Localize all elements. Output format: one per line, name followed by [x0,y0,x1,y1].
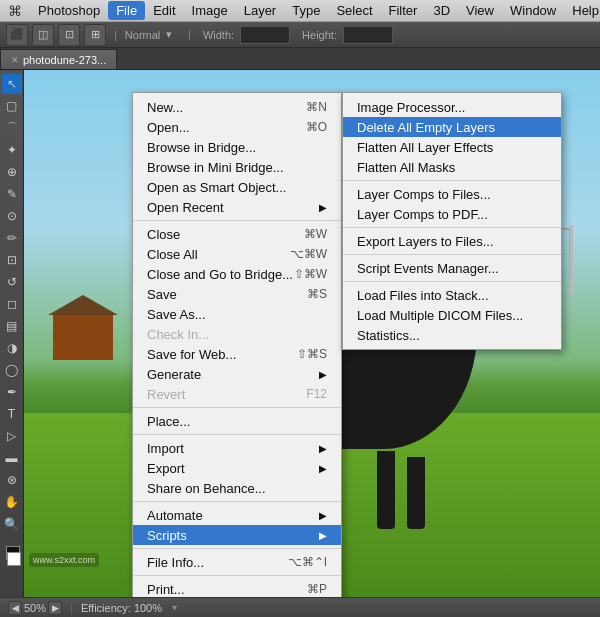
menu-window[interactable]: Window [502,1,564,20]
canvas-area: www.s2xxt.com New...⌘N Open...⌘O Browse … [24,70,600,597]
height-label: Height: [302,29,337,41]
width-label: Width: [203,29,234,41]
tool-hand[interactable]: ✋ [2,492,22,512]
menu-select[interactable]: Select [328,1,380,20]
tool-pen[interactable]: ✒ [2,382,22,402]
toolbar-btn-4[interactable]: ⊞ [84,24,106,46]
height-input[interactable] [343,26,393,44]
toolbar-btn-3[interactable]: ⊡ [58,24,80,46]
tool-eraser[interactable]: ◻ [2,294,22,314]
toolbar-btn-1[interactable]: ⬛ [6,24,28,46]
horse-leg3 [377,451,395,529]
tool-gradient[interactable]: ▤ [2,316,22,336]
tool-brush[interactable]: ✏ [2,228,22,248]
tool-text[interactable]: T [2,404,22,424]
tab-bar: ✕ photodune-273... [0,48,600,70]
tool-path-select[interactable]: ▷ [2,426,22,446]
photo-background: www.s2xxt.com [24,70,600,597]
tab-close-btn[interactable]: ✕ [11,55,19,65]
document-tab[interactable]: ✕ photodune-273... [0,49,117,69]
zoom-level: 50% [24,602,46,614]
menu-edit[interactable]: Edit [145,1,183,20]
apple-menu[interactable]: ⌘ [8,3,22,19]
mode-label: Normal [125,29,160,41]
toolbar-btn-2[interactable]: ◫ [32,24,54,46]
width-input[interactable] [240,26,290,44]
tool-shape[interactable]: ▬ [2,448,22,468]
zoom-prev[interactable]: ◀ [8,601,22,615]
horse-tail [154,263,219,335]
left-toolbar: ↖ ▢ ⌒ ✦ ⊕ ✎ ⊙ ✏ ⊡ ↺ ◻ ▤ ◑ ◯ ✒ T ▷ ▬ ⊛ ✋ … [0,70,24,597]
tool-magic-wand[interactable]: ✦ [2,140,22,160]
menu-file[interactable]: File [108,1,145,20]
menu-photoshop[interactable]: Photoshop [30,1,108,20]
watermark: www.s2xxt.com [29,553,99,567]
tool-crop[interactable]: ⊕ [2,162,22,182]
menu-view[interactable]: View [458,1,502,20]
options-toolbar: ⬛ ◫ ⊡ ⊞ | Normal ▾ | Width: Height: [0,22,600,48]
menu-filter[interactable]: Filter [381,1,426,20]
tool-select-rect[interactable]: ▢ [2,96,22,116]
background-color[interactable] [7,552,21,566]
zoom-nav: ◀ 50% ▶ [8,601,62,615]
tool-3d[interactable]: ⊛ [2,470,22,490]
tool-history[interactable]: ↺ [2,272,22,292]
app-container: ⬛ ◫ ⊡ ⊞ | Normal ▾ | Width: Height: ✕ ph… [0,22,600,617]
barn [53,315,113,360]
tool-stamp[interactable]: ⊡ [2,250,22,270]
tool-dodge[interactable]: ◯ [2,360,22,380]
menu-help[interactable]: Help [564,1,600,20]
tool-lasso[interactable]: ⌒ [2,118,22,138]
tab-label: photodune-273... [23,54,106,66]
barn-roof [48,295,118,315]
fence [451,228,571,288]
horse-leg2 [267,454,285,529]
tool-heal[interactable]: ⊙ [2,206,22,226]
menu-bar: ⌘ Photoshop File Edit Image Layer Type S… [0,0,600,22]
tool-blur[interactable]: ◑ [2,338,22,358]
main-area: ↖ ▢ ⌒ ✦ ⊕ ✎ ⊙ ✏ ⊡ ↺ ◻ ▤ ◑ ◯ ✒ T ▷ ▬ ⊛ ✋ … [0,70,600,597]
efficiency-label: Efficiency: 100% [81,602,162,614]
tool-zoom[interactable]: 🔍 [2,514,22,534]
menu-layer[interactable]: Layer [236,1,285,20]
status-bar: ◀ 50% ▶ | Efficiency: 100% ▾ [0,597,600,617]
menu-image[interactable]: Image [184,1,236,20]
menu-type[interactable]: Type [284,1,328,20]
horse-leg4 [407,457,425,529]
tool-eyedropper[interactable]: ✎ [2,184,22,204]
tool-move[interactable]: ↖ [2,74,22,94]
zoom-next[interactable]: ▶ [48,601,62,615]
horse-silhouette [197,249,477,449]
horse-leg1 [237,449,255,529]
menu-3d[interactable]: 3D [425,1,458,20]
